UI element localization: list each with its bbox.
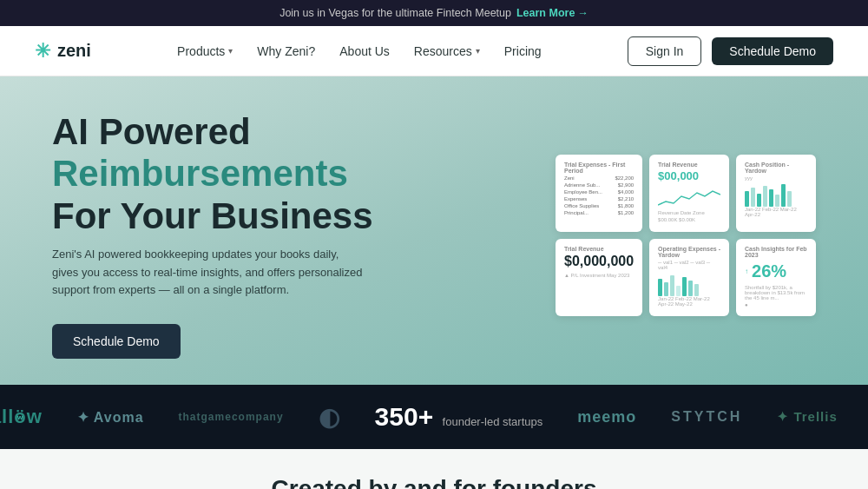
dashboard-card-cash-insights: Cash Insights for Feb 2023 ↑ 26% Shortfa…: [736, 239, 816, 316]
nav-link-pricing[interactable]: Pricing: [504, 44, 542, 58]
nav-item-about[interactable]: About Us: [339, 44, 390, 58]
chart-bar: [769, 189, 773, 207]
cash-chart: [745, 182, 807, 207]
chart-bar: [682, 277, 687, 296]
chart-bar: [775, 195, 779, 207]
counter-label: founder-led startups: [443, 415, 543, 428]
card-revenue-title: Trial Revenue: [658, 162, 720, 168]
nav-item-pricing[interactable]: Pricing: [504, 44, 542, 58]
card-expenses-title: Trial Expenses - First Period: [564, 162, 634, 174]
chart-bar: [694, 284, 699, 296]
hero-content: AI Powered Reimbursements For Your Busin…: [52, 111, 373, 359]
nav-item-resources[interactable]: Resources ▾: [414, 44, 480, 58]
opex-footer: Jan-22 Feb-22 Mar-22 Apr-22 May-22: [658, 296, 720, 307]
logo-trellis: ✦ Trellis: [777, 409, 838, 425]
chart-bar: [670, 275, 674, 296]
card-revenue-value: $00,000: [658, 169, 720, 182]
percent-arrow: ↑: [745, 268, 748, 275]
nav-link-whyzeni[interactable]: Why Zeni?: [257, 44, 315, 58]
expense-row: Zeni$22,200: [564, 175, 634, 181]
revenue-footer: $00.00K $0.00K: [658, 217, 720, 222]
logo-avoma: ✦ Avoma: [77, 409, 144, 426]
chart-bar: [676, 286, 681, 296]
expense-row: Adrienne Sub...$2,900: [564, 182, 634, 188]
hero-subtitle: Zeni's AI powered bookkeeping updates yo…: [52, 246, 365, 300]
chart-bar: [745, 191, 749, 207]
signin-button[interactable]: Sign In: [628, 36, 702, 66]
logo-text: zeni: [57, 41, 91, 61]
hero-section: AI Powered Reimbursements For Your Busin…: [0, 76, 868, 385]
chart-bar: [787, 191, 792, 207]
chart-bar: [664, 282, 668, 296]
logo-stytch: STYTCH: [671, 409, 742, 425]
hero-title: AI Powered Reimbursements For Your Busin…: [52, 111, 373, 237]
counter-section: 350+ founder-led startups: [375, 402, 543, 432]
chevron-down-icon: ▾: [476, 46, 480, 56]
nav-links: Products ▾ Why Zeni? About Us Resources …: [177, 44, 541, 58]
founders-section: Created by and for founders: [0, 449, 868, 489]
card-revenue-large-value: $0,000,000: [564, 254, 634, 269]
card-revenue-large-sub: ▲ P/L Investment May 2023: [564, 273, 634, 278]
revenue-date: Revenue Date Zone: [658, 210, 720, 215]
schedule-demo-nav-button[interactable]: Schedule Demo: [712, 37, 833, 65]
cash-footer: Jan-22 Feb-22 Mar-22 Apr-22: [745, 207, 807, 217]
insights-detail: Shortfall by $201k, a breakdown in $13.5…: [745, 285, 807, 301]
announcement-bar: Join us in Vegas for the ultimate Fintec…: [0, 0, 868, 26]
dashboard-card-opex: Operating Expenses - Yardow ─ val1 ─ val…: [649, 239, 729, 316]
founders-title: Created by and for founders: [17, 475, 851, 489]
card-insights-title: Cash Insights for Feb 2023: [745, 246, 807, 258]
logo-tgc: thatgamecompany: [179, 411, 284, 423]
chevron-down-icon: ▾: [228, 46, 233, 56]
card-cash-title: Cash Position - Yardow: [745, 162, 807, 174]
nav-link-about[interactable]: About Us: [339, 44, 390, 58]
chart-bar: [763, 186, 767, 207]
logos-track: is Hallöww ✦ Avoma thatgamecompany ◐ 350…: [0, 402, 868, 432]
hero-title-teal: Reimbursements: [52, 153, 348, 194]
dashboard-card-cash-position: Cash Position - Yardow yyy Jan-22 Feb-22…: [736, 155, 816, 232]
expense-row: Office Supplies$1,800: [564, 203, 634, 208]
cash-labels: yyy: [745, 175, 807, 181]
logos-bar: is Hallöww ✦ Avoma thatgamecompany ◐ 350…: [0, 385, 868, 449]
nav-item-products[interactable]: Products ▾: [177, 44, 233, 58]
nav-item-whyzeni[interactable]: Why Zeni?: [257, 44, 315, 58]
expense-row: Employee Ben...$4,000: [564, 189, 634, 195]
dashboard-card-revenue: Trial Revenue $00,000 Revenue Date Zone …: [649, 155, 729, 232]
logo-meemo: meemo: [577, 408, 636, 426]
expense-row: Principal...$1,200: [564, 210, 634, 215]
dashboard-card-expenses: Trial Expenses - First Period Zeni$22,20…: [556, 155, 642, 232]
logo[interactable]: ✳ zeni: [35, 40, 91, 63]
card-revenue-large-title: Trial Revenue: [564, 246, 634, 252]
chart-bar: [751, 188, 755, 207]
schedule-demo-hero-button[interactable]: Schedule Demo: [52, 324, 181, 359]
navbar: ✳ zeni Products ▾ Why Zeni? About Us Res…: [0, 26, 868, 76]
insights-footer: ●: [745, 302, 807, 307]
percent-value: 26%: [752, 261, 786, 281]
logo-icon: ✳: [35, 40, 50, 63]
revenue-chart: [658, 186, 720, 210]
nav-actions: Sign In Schedule Demo: [628, 36, 833, 66]
chart-bar: [781, 184, 786, 207]
nav-link-resources[interactable]: Resources ▾: [414, 44, 480, 58]
logo-moon: ◐: [319, 403, 340, 432]
opex-chart: [658, 272, 720, 296]
counter-number: 350+: [375, 402, 434, 431]
logo-hallow-left: Hallöww: [0, 406, 43, 428]
announcement-text: Join us in Vegas for the ultimate Fintec…: [279, 7, 511, 19]
opex-legend: ─ val1 ─ val2 ─ val3 ─ val4: [658, 260, 720, 270]
card-opex-title: Operating Expenses - Yardow: [658, 246, 720, 258]
chart-bar: [658, 279, 662, 296]
dashboard-card-revenue-large: Trial Revenue $0,000,000 ▲ P/L Investmen…: [556, 239, 642, 316]
expense-row: Expenses$2,210: [564, 196, 634, 202]
nav-link-products[interactable]: Products ▾: [177, 44, 233, 58]
dashboard-mockup: Trial Expenses - First Period Zeni$22,20…: [556, 155, 816, 316]
chart-bar: [757, 194, 761, 207]
chart-bar: [688, 281, 693, 296]
learn-more-link[interactable]: Learn More →: [516, 7, 589, 19]
